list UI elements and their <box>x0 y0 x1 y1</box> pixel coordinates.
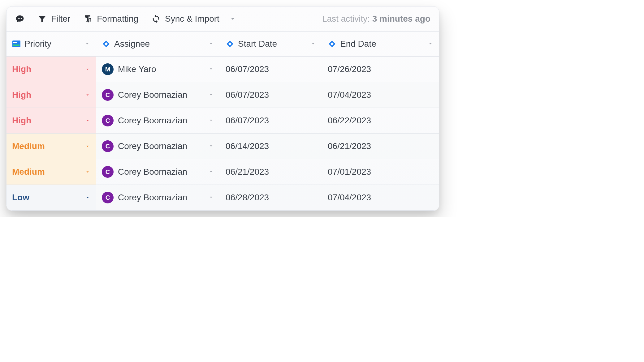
column-header-priority-label: Priority <box>24 39 80 49</box>
priority-cell[interactable]: Low <box>6 185 96 210</box>
svg-rect-0 <box>12 40 20 47</box>
caret-down-icon <box>85 167 90 177</box>
table-row: MediumCCorey Boornazian06/21/202307/01/2… <box>6 159 439 185</box>
end-date-cell[interactable]: 07/26/2023 <box>322 57 439 82</box>
column-header-start-date-label: Start Date <box>238 39 306 49</box>
end-date-cell[interactable]: 07/01/2023 <box>322 159 439 185</box>
assignee-cell[interactable]: CCorey Boornazian <box>96 108 220 133</box>
assignee-cell[interactable]: CCorey Boornazian <box>96 134 220 159</box>
filter-label: Filter <box>51 14 70 24</box>
priority-cell[interactable]: Medium <box>6 159 96 185</box>
end-date-cell[interactable]: 06/21/2023 <box>322 134 439 159</box>
filter-button[interactable]: Filter <box>37 14 70 24</box>
sync-icon <box>151 14 161 23</box>
last-activity-prefix: Last activity: <box>322 14 372 23</box>
start-date-cell[interactable]: 06/14/2023 <box>220 134 322 159</box>
avatar: C <box>102 166 114 178</box>
caret-down-icon <box>208 116 214 126</box>
assignee-name: Corey Boornazian <box>118 116 204 126</box>
start-date-cell[interactable]: 06/21/2023 <box>220 159 322 185</box>
end-date-cell[interactable]: 07/04/2023 <box>322 82 439 108</box>
avatar: C <box>102 89 114 101</box>
formatting-icon <box>83 14 93 23</box>
diamond-icon <box>328 40 336 48</box>
column-header-start-date[interactable]: Start Date <box>220 32 322 56</box>
avatar: M <box>102 63 114 75</box>
assignee-cell[interactable]: CCorey Boornazian <box>96 185 220 210</box>
assignee-name: Corey Boornazian <box>118 90 204 100</box>
table-row: LowCCorey Boornazian06/28/202307/04/2023 <box>6 185 439 211</box>
end-date-cell[interactable]: 06/22/2023 <box>322 108 439 133</box>
column-header-assignee-label: Assignee <box>114 39 204 49</box>
chevron-down-icon <box>427 39 434 49</box>
avatar: C <box>102 140 114 152</box>
caret-down-icon <box>208 64 214 74</box>
chevron-down-icon <box>208 39 214 49</box>
comments-icon <box>15 14 24 23</box>
formatting-label: Formatting <box>97 14 138 24</box>
end-date-cell[interactable]: 07/04/2023 <box>322 185 439 210</box>
sync-import-button[interactable]: Sync & Import <box>151 14 219 24</box>
sync-import-dropdown[interactable] <box>229 15 236 22</box>
priority-label: High <box>12 116 31 126</box>
caret-down-icon <box>208 167 214 177</box>
diamond-icon <box>102 40 110 48</box>
table-row: HighCCorey Boornazian06/07/202307/04/202… <box>6 82 439 108</box>
caret-down-icon <box>208 90 214 100</box>
start-date-cell[interactable]: 06/07/2023 <box>220 82 322 108</box>
table-row: HighMMike Yaro06/07/202307/26/2023 <box>6 57 439 82</box>
column-header-end-date[interactable]: End Date <box>322 32 439 56</box>
last-activity-value: 3 minutes ago <box>372 14 430 23</box>
priority-label: Medium <box>12 167 45 177</box>
priority-label: Low <box>12 193 29 202</box>
avatar: C <box>102 192 114 203</box>
chevron-down-icon <box>310 39 316 49</box>
svg-rect-2 <box>13 45 19 46</box>
caret-down-icon <box>208 193 214 202</box>
table-row: MediumCCorey Boornazian06/14/202306/21/2… <box>6 134 439 159</box>
assignee-cell[interactable]: CCorey Boornazian <box>96 82 220 108</box>
assignee-cell[interactable]: MMike Yaro <box>96 57 220 82</box>
priority-cell[interactable]: High <box>6 57 96 82</box>
formatting-button[interactable]: Formatting <box>83 14 138 24</box>
column-header-priority[interactable]: Priority <box>6 32 96 56</box>
svg-rect-1 <box>13 42 17 43</box>
caret-down-icon <box>85 193 90 202</box>
start-date-cell[interactable]: 06/07/2023 <box>220 57 322 82</box>
assignee-name: Corey Boornazian <box>118 167 204 177</box>
avatar: C <box>102 115 114 126</box>
table-header: Priority Assignee Start Date End Date <box>6 32 439 57</box>
comments-button[interactable] <box>15 14 24 23</box>
caret-down-icon <box>85 116 90 126</box>
caret-down-icon <box>208 141 214 151</box>
priority-label: High <box>12 90 31 100</box>
table-window: Filter Formatting Sync & Import Last act… <box>6 6 439 211</box>
last-activity: Last activity: 3 minutes ago <box>322 14 430 24</box>
table-body: HighMMike Yaro06/07/202307/26/2023HighCC… <box>6 57 439 211</box>
chevron-down-icon <box>84 39 90 49</box>
priority-cell[interactable]: High <box>6 108 96 133</box>
priority-cell[interactable]: High <box>6 82 96 108</box>
priority-cell[interactable]: Medium <box>6 134 96 159</box>
sync-import-label: Sync & Import <box>165 14 219 24</box>
assignee-name: Mike Yaro <box>118 64 204 74</box>
priority-label: Medium <box>12 141 45 151</box>
priority-label: High <box>12 64 31 74</box>
caret-down-icon <box>85 90 90 100</box>
caret-down-icon <box>85 141 90 151</box>
column-header-end-date-label: End Date <box>340 39 424 49</box>
toolbar: Filter Formatting Sync & Import Last act… <box>6 6 439 32</box>
assignee-cell[interactable]: CCorey Boornazian <box>96 159 220 185</box>
caret-down-icon <box>85 64 90 74</box>
start-date-cell[interactable]: 06/28/2023 <box>220 185 322 210</box>
assignee-name: Corey Boornazian <box>118 193 204 202</box>
diamond-icon <box>226 40 234 48</box>
column-header-assignee[interactable]: Assignee <box>96 32 220 56</box>
assignee-name: Corey Boornazian <box>118 141 204 151</box>
priority-column-icon <box>12 40 21 48</box>
start-date-cell[interactable]: 06/07/2023 <box>220 108 322 133</box>
filter-icon <box>37 14 47 23</box>
table-row: HighCCorey Boornazian06/07/202306/22/202… <box>6 108 439 134</box>
